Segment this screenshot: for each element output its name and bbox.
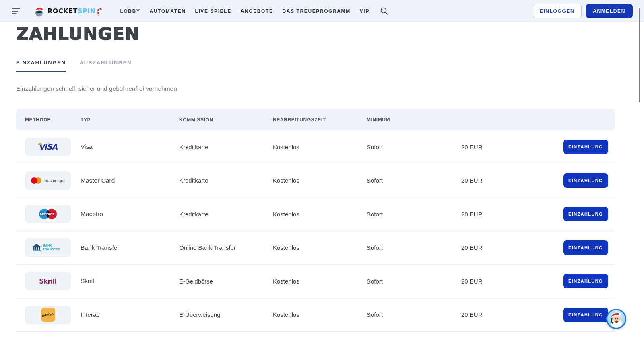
commission-cell: Kostenlos [273, 144, 367, 150]
search-icon[interactable] [380, 7, 388, 15]
nav-item-das-treueprogramm[interactable]: DAS TREUEPROGRAMM [283, 8, 351, 14]
nav-item-angebote[interactable]: ANGEBOTE [241, 8, 273, 14]
mastercard-logo: mastercard [31, 177, 65, 184]
processing-time-cell: Sofort [367, 311, 461, 318]
auth-buttons: EINLOGGEN ANMELDEN [533, 4, 633, 18]
einzahlung-button[interactable]: EINZAHLUNG [563, 240, 608, 255]
method-name-cell: Master Card [80, 177, 179, 184]
minimum-cell: 20 EUR [461, 278, 563, 285]
bank-transfer-logo: BANK TRANSFER [32, 244, 64, 252]
table-row: Interac Interac E-Überweisung Kostenlos … [16, 298, 615, 332]
einzahlung-button[interactable]: EINZAHLUNG [563, 308, 608, 322]
method-name-cell: Interac [80, 311, 179, 318]
scrollbar-thumb[interactable] [639, 8, 640, 102]
minimum-cell: 20 EUR [461, 144, 563, 150]
einzahlung-button[interactable]: EINZAHLUNG [563, 274, 608, 288]
payment-logo-tile: Interac [25, 306, 71, 324]
page-description: Einzahlungen schnell, sicher und gebühre… [16, 85, 644, 92]
type-cell: E-Überweisung [179, 311, 273, 318]
nav-item-vip[interactable]: VIP [360, 8, 369, 14]
page-title: ZAHLUNGEN [16, 24, 644, 44]
commission-cell: Kostenlos [273, 278, 367, 285]
method-name-cell: Visa [80, 143, 179, 150]
main-nav: LOBBYAUTOMATENLIVE SPIELEANGEBOTEDAS TRE… [120, 8, 369, 14]
commission-cell: Kostenlos [273, 211, 367, 218]
column-header-bearbeitungszeit: BEARBEITUNGSZEIT [273, 117, 367, 123]
rocket-santa-icon [33, 5, 47, 18]
einzahlung-button[interactable]: EINZAHLUNG [563, 173, 608, 188]
commission-cell: Kostenlos [273, 177, 367, 184]
candy-cane-icon [97, 7, 102, 16]
table-header-row: METHODETYPKOMMISSIONBEARBEITUNGSZEITMINI… [16, 109, 615, 130]
method-name-cell: Maestro [80, 210, 179, 218]
commission-cell: Kostenlos [273, 311, 367, 318]
method-name-cell: Skrill [80, 277, 179, 285]
scrollbar-track[interactable] [638, 0, 644, 339]
table-row: mastercard Master Card Kreditkarte Koste… [16, 164, 615, 198]
signup-button[interactable]: ANMELDEN [586, 4, 633, 18]
einzahlung-button[interactable]: EINZAHLUNG [563, 140, 608, 154]
payments-tabs: EINZAHLUNGEN AUSZAHLUNGEN [16, 60, 631, 72]
nav-item-live-spiele[interactable]: LIVE SPIELE [195, 8, 231, 14]
payment-logo-tile: BANK TRANSFER [25, 238, 71, 257]
tab-auszahlungen[interactable]: AUSZAHLUNGEN [80, 60, 132, 72]
type-cell: Kreditkarte [179, 144, 273, 150]
brand-logo[interactable]: ROCKETSPIN [33, 5, 102, 18]
column-header-methode: METHODE [25, 117, 80, 123]
table-row: BANK TRANSFER Bank Transfer Online Bank … [16, 231, 615, 265]
payment-logo-tile: Skrill [25, 272, 71, 290]
payment-methods-table: METHODETYPKOMMISSIONBEARBEITUNGSZEITMINI… [16, 109, 615, 332]
skrill-logo: Skrill [39, 277, 57, 285]
minimum-cell: 20 EUR [461, 211, 563, 218]
payment-logo-tile: Maestro [25, 205, 71, 223]
maestro-logo: Maestro [39, 209, 57, 219]
nav-item-lobby[interactable]: LOBBY [120, 8, 140, 14]
tab-einzahlungen[interactable]: EINZAHLUNGEN [16, 60, 66, 72]
processing-time-cell: Sofort [367, 144, 461, 150]
processing-time-cell: Sofort [367, 244, 461, 251]
processing-time-cell: Sofort [367, 177, 461, 184]
type-cell: Online Bank Transfer [179, 244, 273, 251]
minimum-cell: 20 EUR [461, 177, 563, 184]
type-cell: E-Geldbörse [179, 278, 273, 285]
table-row: VISA Visa Kreditkarte Kostenlos Sofort 2… [16, 130, 615, 164]
nav-item-automaten[interactable]: AUTOMATEN [150, 8, 186, 14]
table-row: Maestro Maestro Kreditkarte Kostenlos So… [16, 197, 615, 231]
brand-wordmark: ROCKETSPIN [47, 7, 96, 15]
payments-page: ROCKETSPIN LOBBYAUTOMATENLIVE SPIELEANGE… [0, 0, 644, 339]
column-header-minimum: MINIMUM [367, 117, 461, 123]
hamburger-menu-icon[interactable] [12, 8, 21, 14]
login-button[interactable]: EINLOGGEN [533, 4, 582, 18]
commission-cell: Kostenlos [273, 244, 367, 251]
payment-logo-tile: mastercard [25, 171, 71, 190]
payment-logo-tile: VISA [25, 138, 71, 156]
processing-time-cell: Sofort [367, 278, 461, 285]
column-header-kommission: KOMMISSION [179, 117, 273, 123]
chat-widget-santa-avatar[interactable] [606, 309, 626, 329]
visa-logo: VISA [39, 142, 57, 151]
top-navigation-bar: ROCKETSPIN LOBBYAUTOMATENLIVE SPIELEANGE… [0, 0, 644, 22]
minimum-cell: 20 EUR [461, 311, 563, 318]
processing-time-cell: Sofort [367, 211, 461, 218]
type-cell: Kreditkarte [179, 177, 273, 184]
type-cell: Kreditkarte [179, 211, 273, 218]
table-row: Skrill Skrill E-Geldbörse Kostenlos Sofo… [16, 265, 615, 298]
minimum-cell: 20 EUR [461, 244, 563, 251]
einzahlung-button[interactable]: EINZAHLUNG [563, 207, 608, 221]
main-content: ZAHLUNGEN EINZAHLUNGEN AUSZAHLUNGEN Einz… [0, 24, 644, 332]
interac-logo: Interac [41, 308, 55, 322]
column-header-typ: TYP [80, 117, 179, 123]
method-name-cell: Bank Transfer [80, 244, 179, 251]
